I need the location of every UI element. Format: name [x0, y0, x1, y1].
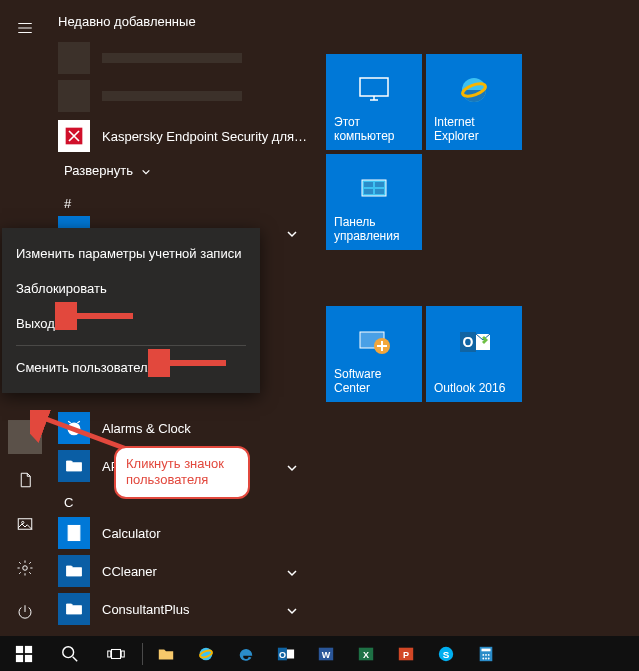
svg-rect-51: [482, 648, 491, 651]
svg-point-56: [485, 657, 487, 659]
svg-point-54: [488, 654, 490, 656]
tb-skype[interactable]: S: [427, 636, 465, 671]
alarms-icon: [58, 412, 90, 444]
kaspersky-icon: [58, 120, 90, 152]
ctx-signout[interactable]: Выход: [2, 306, 260, 341]
svg-text:X: X: [363, 649, 369, 659]
tb-search[interactable]: [48, 636, 92, 671]
ctx-switch-user[interactable]: Сменить пользователя: [2, 350, 260, 385]
monitor-icon: [354, 70, 394, 110]
chevron-down-icon: [286, 603, 298, 615]
tile-internet-explorer[interactable]: Internet Explorer: [426, 54, 522, 150]
svg-rect-32: [25, 654, 32, 661]
svg-rect-18: [375, 182, 384, 187]
app-consultant[interactable]: ConsultantPlus: [50, 590, 308, 628]
svg-point-2: [23, 566, 28, 571]
tb-file-explorer[interactable]: [147, 636, 185, 671]
svg-text:O: O: [279, 649, 286, 659]
ie-icon: [454, 70, 494, 110]
svg-text:W: W: [322, 649, 331, 659]
svg-point-9: [76, 533, 78, 535]
obscured-recent-item[interactable]: [50, 79, 308, 113]
chevron-down-icon: [286, 460, 298, 472]
ctx-lock[interactable]: Заблокировать: [2, 271, 260, 306]
svg-rect-30: [25, 645, 32, 652]
tb-start[interactable]: [2, 636, 46, 671]
svg-rect-36: [121, 651, 124, 657]
svg-point-55: [482, 657, 484, 659]
svg-rect-6: [70, 527, 78, 530]
svg-text:P: P: [403, 649, 409, 659]
letter-c[interactable]: C: [50, 485, 308, 514]
chevron-down-icon: [286, 226, 298, 238]
pictures-icon[interactable]: [0, 504, 50, 544]
app-alarms[interactable]: Alarms & Clock: [50, 409, 308, 447]
app-label: Alarms & Clock: [102, 421, 308, 436]
user-avatar[interactable]: [8, 420, 42, 454]
tile-label: Software Center: [334, 368, 416, 396]
expand-recent[interactable]: Развернуть: [50, 155, 308, 186]
tb-powerpoint[interactable]: P: [387, 636, 425, 671]
tile-this-pc[interactable]: Этот компьютер: [326, 54, 422, 150]
svg-rect-34: [112, 649, 121, 658]
svg-text:S: S: [443, 648, 450, 659]
app-apc[interactable]: AP: [50, 447, 308, 485]
svg-point-7: [71, 533, 73, 535]
documents-icon[interactable]: [0, 460, 50, 500]
recently-added-header: Недавно добавленные: [50, 10, 308, 37]
app-label: ConsultantPlus: [102, 602, 308, 617]
ctx-change-settings[interactable]: Изменить параметры учетной записи: [2, 236, 260, 271]
tb-task-view[interactable]: [94, 636, 138, 671]
tile-label: Internet Explorer: [434, 116, 516, 144]
app-label: AP: [102, 459, 308, 474]
tile-control-panel[interactable]: Панель управления: [326, 154, 422, 250]
tile-software-center[interactable]: Software Center: [326, 306, 422, 402]
hamburger-icon[interactable]: [0, 8, 50, 48]
svg-rect-20: [375, 189, 384, 194]
folder-icon: [58, 555, 90, 587]
svg-point-8: [73, 533, 75, 535]
svg-rect-19: [364, 189, 373, 194]
svg-text:O: O: [463, 334, 474, 350]
outlook-icon: O: [454, 322, 494, 362]
separator: [16, 345, 246, 346]
app-label: Kaspersky Endpoint Security для Wi...: [102, 129, 308, 144]
app-label: Calculator: [102, 526, 308, 541]
tb-calculator[interactable]: [467, 636, 505, 671]
separator: [142, 643, 143, 665]
svg-rect-35: [108, 651, 111, 657]
svg-point-11: [73, 536, 75, 538]
svg-point-53: [485, 654, 487, 656]
svg-point-52: [482, 654, 484, 656]
app-ccleaner[interactable]: CCleaner: [50, 552, 308, 590]
expand-label: Развернуть: [64, 163, 133, 178]
obscured-recent-item[interactable]: [50, 41, 308, 75]
svg-rect-31: [16, 654, 23, 661]
tb-outlook[interactable]: O: [267, 636, 305, 671]
app-calculator[interactable]: Calculator: [50, 514, 308, 552]
folder-icon: [58, 593, 90, 625]
calculator-icon: [58, 517, 90, 549]
tb-word[interactable]: W: [307, 636, 345, 671]
software-center-icon: [354, 322, 394, 362]
user-context-menu: Изменить параметры учетной записи Заблок…: [2, 228, 260, 393]
tb-excel[interactable]: X: [347, 636, 385, 671]
settings-icon[interactable]: [0, 548, 50, 588]
tb-internet-explorer[interactable]: [187, 636, 225, 671]
tile-label: Outlook 2016: [434, 382, 516, 396]
svg-rect-29: [16, 645, 23, 652]
tile-outlook[interactable]: O Outlook 2016: [426, 306, 522, 402]
taskbar: O W X P S: [0, 636, 639, 671]
folder-icon: [58, 450, 90, 482]
chevron-down-icon: [286, 565, 298, 577]
app-kaspersky[interactable]: Kaspersky Endpoint Security для Wi...: [50, 117, 308, 155]
control-panel-icon: [354, 170, 394, 210]
svg-point-33: [63, 646, 74, 657]
letter-hash[interactable]: #: [50, 186, 308, 215]
tile-label: Этот компьютер: [334, 116, 416, 144]
tile-label: Панель управления: [334, 216, 416, 244]
svg-point-1: [22, 521, 24, 523]
svg-point-57: [488, 657, 490, 659]
power-icon[interactable]: [0, 592, 50, 632]
tb-edge[interactable]: [227, 636, 265, 671]
